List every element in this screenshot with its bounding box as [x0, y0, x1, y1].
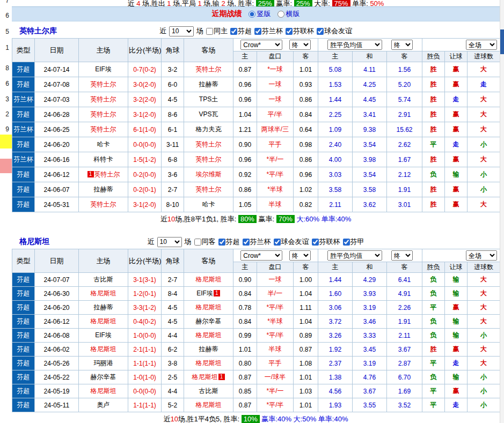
odds-home: 1.09 — [318, 122, 353, 137]
text-part: 1 — [198, 0, 201, 6]
odds-draw: 3.19 — [353, 357, 387, 370]
match-date: 24-05-11 — [35, 398, 79, 412]
asian-home-odds: 0.87 — [233, 398, 257, 412]
league-checkbox[interactable]: 芬兰杯 — [243, 237, 271, 247]
home-team: 古比斯 — [79, 273, 128, 287]
main-content: 近 4 场,胜出 1 场,平局 1 场,输 2 场, 胜率: 25% 赢率: 2… — [12, 0, 500, 423]
match-date: 24-06-07 — [35, 182, 79, 197]
scrollbar[interactable] — [500, 0, 504, 423]
league-checkbox-input[interactable] — [243, 239, 250, 246]
wdl-average-select[interactable]: 胜平负均值 — [327, 250, 382, 261]
col-header-corner: 角球 — [162, 249, 184, 273]
home-team: 奥卢 — [79, 398, 128, 412]
league-checkbox-input[interactable] — [230, 28, 237, 35]
team-name-text: 赫尔辛基 — [91, 373, 116, 381]
asian-away-odds: 0.89 — [294, 329, 318, 343]
scrollbar-thumb[interactable] — [500, 29, 504, 54]
text-part: 场,平局 — [171, 0, 198, 6]
odds-away: 2.62 — [387, 137, 422, 152]
final-wdl-select[interactable]: 终 — [391, 250, 413, 261]
league-filters: 芬超芬兰杯球会友谊芬联杯芬甲 — [218, 237, 364, 247]
wdl-average-select[interactable]: 胜平负均值 — [327, 40, 382, 50]
league-checkbox-input[interactable] — [218, 239, 225, 246]
near-label: 近 — [159, 26, 166, 36]
text-part: 场,胜8平1负1, 胜率: — [175, 215, 238, 223]
league-checkbox-input[interactable] — [274, 239, 281, 246]
match-date: 24-06-12 — [35, 315, 79, 329]
col-header-date: 日期 — [35, 39, 79, 62]
col-header-asian-away: 客 — [294, 51, 318, 62]
league-checkbox[interactable]: 芬甲 — [343, 237, 364, 247]
team-name-text: 古比斯 — [94, 276, 113, 283]
team-name-text: 英特土尔 — [196, 185, 222, 193]
text-part: 场,胜1平4负5, 胜率: — [178, 415, 242, 423]
league-checkbox-input[interactable] — [254, 28, 261, 35]
odds-away: 4.91 — [387, 287, 422, 301]
vertical-radio-input[interactable] — [249, 11, 255, 18]
final-odds-select[interactable]: 终 — [289, 250, 311, 261]
match-row: 芬兰杯24-06-16科特卡1-5(1-2)6-8英特土尔0.96*半/一0.8… — [12, 152, 500, 167]
recent-count-select[interactable]: 10 — [157, 237, 182, 247]
horizontal-radio-input[interactable] — [277, 11, 284, 18]
asian-home-odds: 0.80 — [233, 357, 257, 370]
corners: 6-0 — [162, 77, 184, 92]
same-venue-input[interactable] — [194, 239, 201, 246]
match-row: 芬超24-06-07拉赫蒂0-2(0-1)2-7英特土尔0.86*半球1.023… — [12, 182, 500, 197]
league-type: 芬超 — [12, 182, 35, 197]
league-checkbox-input[interactable] — [343, 239, 350, 246]
league-checkbox[interactable]: 芬联杯 — [312, 237, 340, 247]
asian-home-odds: 1.04 — [233, 107, 257, 122]
col-header-asian-home: 主 — [233, 51, 257, 62]
away-team: 英特土尔 — [184, 152, 233, 167]
match-row: 芬超24-06-20拉赫蒂3-3(1-2)4-5格尼斯坦0.78*平/半1.11… — [12, 301, 500, 315]
layout-horizontal-radio[interactable]: 横版 — [277, 9, 300, 19]
left-cutoff-column: 765186329 — [0, 0, 12, 423]
home-team: EIF埃 — [79, 329, 128, 343]
team-name-text: 哈卡 — [202, 201, 215, 208]
cutoff-colored-cell — [0, 135, 12, 149]
league-checkbox-input[interactable] — [286, 28, 293, 35]
home-team: 格尼斯坦 — [79, 287, 128, 301]
match-scope-select[interactable]: 全场 — [466, 250, 497, 261]
same-venue-input[interactable] — [206, 28, 213, 35]
team-section-gnistan: 格尼斯坦 近 10 场 同客 芬超芬兰杯球会友谊芬联杯芬甲 — [12, 235, 500, 423]
league-checkbox[interactable]: 芬超 — [218, 237, 240, 247]
score-halftime: 0-4(0-2) — [128, 315, 162, 329]
asian-away-odds: 1.04 — [294, 315, 318, 329]
result-value: 胜 — [422, 122, 445, 137]
same-venue-checkbox[interactable]: 同客 — [194, 237, 216, 247]
wdl-odds-controls: 胜平负均值 终 — [318, 39, 422, 51]
col-header-away: 客场 — [184, 249, 233, 273]
odds-source-select[interactable]: Crow* — [240, 40, 282, 50]
league-checkbox[interactable]: 球会友谊 — [317, 26, 352, 36]
text-part: 80% — [238, 215, 257, 223]
league-checkbox[interactable]: 芬超 — [230, 26, 252, 36]
col-header-asian-away: 客 — [294, 262, 318, 273]
final-wdl-select[interactable]: 终 — [391, 40, 413, 50]
over-under-value: 大 — [468, 315, 500, 329]
handicap-result-value: 走 — [445, 357, 468, 370]
league-checkbox-input[interactable] — [312, 239, 319, 246]
match-scope-select[interactable]: 全场 — [466, 40, 497, 50]
asian-handicap: *半球 — [257, 182, 294, 197]
match-date: 24-06-08 — [35, 329, 79, 343]
score-halftime: 2-1(1-1) — [128, 343, 162, 357]
away-team: 格力夫克 — [184, 122, 233, 137]
odds-source-select[interactable]: Crow* — [240, 250, 282, 261]
handicap-result-value: 赢 — [445, 77, 468, 92]
col-header-odds-draw: 和 — [353, 262, 387, 273]
league-checkbox[interactable]: 芬兰杯 — [254, 26, 283, 36]
odds-home: 1.60 — [318, 287, 353, 301]
same-venue-checkbox[interactable]: 同主 — [206, 26, 228, 36]
final-odds-select[interactable]: 终 — [289, 40, 311, 50]
league-label: 球会友谊 — [324, 26, 352, 36]
recent-count-select[interactable]: 10 — [169, 26, 194, 36]
match-date: 24-06-25 — [35, 122, 79, 137]
score-halftime: 0-2(0-0) — [128, 167, 162, 182]
result-value: 平 — [422, 137, 445, 152]
league-checkbox-input[interactable] — [317, 28, 324, 35]
over-under-value: 大 — [468, 197, 500, 212]
layout-vertical-radio[interactable]: 竖版 — [249, 9, 271, 19]
league-checkbox[interactable]: 芬联杯 — [286, 26, 314, 36]
league-checkbox[interactable]: 球会友谊 — [274, 237, 309, 247]
